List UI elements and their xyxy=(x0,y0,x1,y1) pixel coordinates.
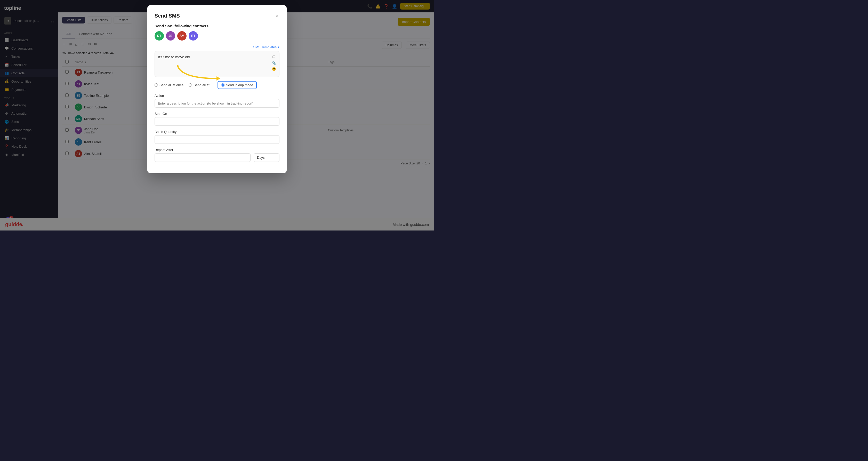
attachment-icon[interactable]: 📎 xyxy=(272,61,276,65)
send-drip-mode-option[interactable]: Send in drip mode xyxy=(218,81,257,89)
modal-header: Send SMS × xyxy=(155,12,279,19)
modal-contact-avatar: DT xyxy=(155,31,164,40)
repeat-after-label: Repeat After xyxy=(155,148,279,152)
chevron-down-icon: ▾ xyxy=(278,45,279,49)
contact-avatars: DTJBAMRT xyxy=(155,31,279,40)
send-drip-mode-label: Send in drip mode xyxy=(226,83,253,87)
message-area[interactable]: It's time to move on! 🏷 📎 😊 xyxy=(155,51,279,77)
send-all-at-once-radio[interactable] xyxy=(155,83,158,87)
sms-templates-row: SMS Templates ▾ xyxy=(155,45,279,49)
batch-quantity-input[interactable] xyxy=(155,135,279,144)
modal-contact-avatar: JB xyxy=(166,31,175,40)
sms-templates-button[interactable]: SMS Templates ▾ xyxy=(253,45,279,49)
batch-quantity-label: Batch Quantity xyxy=(155,130,279,134)
emoji-icon[interactable]: 😊 xyxy=(272,67,276,71)
modal-close-button[interactable]: × xyxy=(275,12,279,19)
send-options-container: Send all at once Send all at... Send in … xyxy=(155,81,279,89)
send-drip-mode-radio[interactable] xyxy=(221,83,224,87)
send-all-at-label: Send all at... xyxy=(193,83,212,87)
batch-quantity-field-group: Batch Quantity xyxy=(155,130,279,144)
send-sms-modal: Send SMS × Send SMS following contacts D… xyxy=(147,5,287,173)
modal-contact-avatar: AM xyxy=(177,31,187,40)
repeat-after-field-group: Repeat After DaysHoursWeeks xyxy=(155,148,279,162)
action-field-group: Action xyxy=(155,94,279,107)
message-text: It's time to move on! xyxy=(158,55,276,60)
action-label: Action xyxy=(155,94,279,98)
send-all-at-option[interactable]: Send all at... xyxy=(189,83,212,87)
repeat-unit-select[interactable]: DaysHoursWeeks xyxy=(254,153,279,162)
modal-contact-avatar: RT xyxy=(189,31,198,40)
modal-overlay: Send SMS × Send SMS following contacts D… xyxy=(0,0,434,230)
start-on-input[interactable] xyxy=(155,117,279,126)
svg-marker-0 xyxy=(216,76,220,81)
repeat-after-input[interactable] xyxy=(155,153,251,162)
send-all-at-once-label: Send all at once xyxy=(159,83,183,87)
modal-title: Send SMS xyxy=(155,13,180,19)
send-all-at-radio[interactable] xyxy=(189,83,192,87)
start-on-field-group: Start On xyxy=(155,112,279,126)
message-icons: 🏷 📎 😊 xyxy=(272,55,276,71)
start-on-label: Start On xyxy=(155,112,279,116)
radio-options: Send all at once Send all at... Send in … xyxy=(155,81,279,89)
tag-icon[interactable]: 🏷 xyxy=(272,55,276,59)
sms-templates-label: SMS Templates xyxy=(253,45,277,49)
send-all-at-once-option[interactable]: Send all at once xyxy=(155,83,183,87)
repeat-after-row: DaysHoursWeeks xyxy=(155,153,279,162)
modal-subtitle: Send SMS following contacts xyxy=(155,24,279,28)
action-input[interactable] xyxy=(155,99,279,107)
